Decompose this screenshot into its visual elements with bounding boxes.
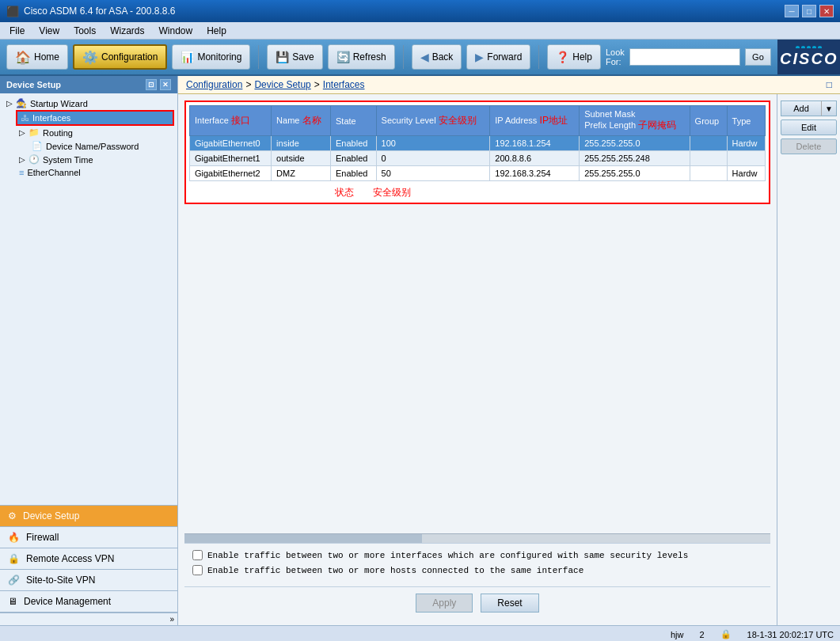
menu-file[interactable]: File [3,24,31,38]
sidebar-nav: ⚙ Device Setup 🔥 Firewall 🔒 Remote Acces… [0,505,177,613]
option-row-1: Enable traffic between two or more inter… [192,550,762,560]
content-main: Interface 接口 Name 名称 State [178,94,840,625]
cell-name-0: inside [272,136,331,151]
apply-button[interactable]: Apply [416,594,473,613]
monitoring-button[interactable]: 📊 Monitoring [172,44,250,70]
cell-interface-0: GigabitEthernet0 [190,136,272,151]
option2-checkbox[interactable] [192,565,203,575]
sidebar-item-interfaces[interactable]: 🖧 Interfaces [16,110,174,126]
look-for-area: Look For: Go [606,47,771,66]
help-icon: ❓ [556,51,569,63]
header-name: Name 名称 [272,106,331,136]
cisco-dots [780,46,838,48]
table-row[interactable]: GigabitEthernet0 inside Enabled 100 192.… [190,136,766,151]
edit-button[interactable]: Edit [781,119,837,135]
help-button[interactable]: ❓ Help [547,44,601,70]
lock-icon: 🔒 [720,629,732,639]
cisco-icon: ⬛ [6,6,19,17]
status-datetime: 18-1-31 20:02:17 UTC [747,630,834,639]
routing-label: Routing [43,128,73,138]
monitoring-label: Monitoring [197,51,241,63]
nav-firewall[interactable]: 🔥 Firewall [0,527,177,548]
more-arrow: » [169,615,174,624]
restore-icon[interactable]: □ [827,79,832,90]
sidebar-bottom-arrow: » [0,613,177,625]
cell-type-0: Hardw [727,136,765,151]
sidebar-item-system-time[interactable]: ▷ 🕐 System Time [16,153,174,166]
add-dropdown-arrow[interactable]: ▼ [821,101,837,116]
close-button[interactable]: ✕ [819,5,834,17]
routing-icon: 📁 [29,127,40,138]
cell-subnet-1: 255.255.255.248 [580,151,690,166]
sidebar-undock-icon[interactable]: ⊡ [146,79,157,90]
menu-window[interactable]: Window [153,24,200,38]
table-row[interactable]: GigabitEthernet2 DMZ Enabled 50 192.168.… [190,166,766,181]
title-bar-controls: ─ □ ✕ [785,5,834,17]
cell-security-1: 0 [376,151,490,166]
breadcrumb-device-setup[interactable]: Device Setup [254,79,310,90]
device-setup-nav-icon: ⚙ [8,510,17,522]
scroll-thumb [184,534,422,543]
s2s-vpn-icon: 🔗 [8,575,20,586]
etherchannel-label: EtherChannel [27,168,80,177]
save-button[interactable]: 💾 Save [267,44,322,70]
sidebar-item-etherchannel[interactable]: ≡ EtherChannel [16,166,174,179]
back-label: Back [432,51,454,63]
status-icons: 🔒 [720,629,732,639]
menu-view[interactable]: View [32,24,66,38]
maximize-button[interactable]: □ [802,5,816,17]
cell-group-1 [690,151,727,166]
option1-checkbox[interactable] [192,550,203,560]
minimize-button[interactable]: ─ [785,5,799,17]
nav-site-to-site-vpn[interactable]: 🔗 Site-to-Site VPN [0,570,177,591]
breadcrumb: Configuration > Device Setup > Interface… [178,76,840,94]
forward-label: Forward [487,51,522,63]
status-bar: hjw 2 🔒 18-1-31 20:02:17 UTC [0,625,840,641]
sidebar-item-routing[interactable]: ▷ 📁 Routing [16,126,174,139]
menu-tools[interactable]: Tools [67,24,102,38]
sidebar-item-startup-wizard[interactable]: ▷ 🧙 Startup Wizard [3,97,174,110]
help-label: Help [572,51,592,63]
sidebar-close-icon[interactable]: ✕ [160,79,171,90]
toolbar-buttons: 🏠 Home ⚙️ Configuration 📊 Monitoring 💾 S… [0,40,777,74]
breadcrumb-sep-2: > [314,79,320,90]
nav-remote-access-vpn[interactable]: 🔒 Remote Access VPN [0,548,177,570]
delete-button[interactable]: Delete [781,138,837,154]
look-for-input[interactable] [629,48,740,66]
action-sidebar: Add ▼ Edit Delete [777,94,840,625]
header-subnet: Subnet MaskPrefix Length 子网掩码 [580,106,690,136]
cell-ip-2: 192.168.3.254 [490,166,580,181]
nav-device-setup[interactable]: ⚙ Device Setup [0,506,177,527]
add-button[interactable]: Add [781,101,821,116]
menu-help[interactable]: Help [200,24,233,38]
breadcrumb-sep-1: > [245,79,251,90]
system-time-label: System Time [43,155,93,165]
horizontal-scrollbar[interactable] [184,533,770,543]
routing-expand-icon: ▷ [19,128,25,137]
refresh-button[interactable]: 🔄 Refresh [328,44,395,70]
go-button[interactable]: Go [745,48,771,66]
sidebar-item-device-name[interactable]: 📄 Device Name/Password [29,139,174,153]
title-bar: ⬛ Cisco ASDM 6.4 for ASA - 200.8.8.6 ─ □… [0,0,840,22]
header-interface: Interface 接口 [190,106,272,136]
configuration-button[interactable]: ⚙️ Configuration [73,44,167,70]
nav-device-management[interactable]: 🖥 Device Management [0,591,177,613]
header-group: Group [690,106,727,136]
forward-button[interactable]: ▶ Forward [466,44,530,70]
configuration-icon: ⚙️ [82,50,98,65]
home-icon: 🏠 [15,50,31,65]
home-button[interactable]: 🏠 Home [6,44,68,70]
sidebar-tree: ▷ 🧙 Startup Wizard 🖧 Interfaces ▷ 📁 Rout… [0,93,177,505]
device-setup-nav-label: Device Setup [23,510,79,522]
breadcrumb-config[interactable]: Configuration [186,79,242,90]
menu-wizards[interactable]: Wizards [104,24,150,38]
table-row[interactable]: GigabitEthernet1 outside Enabled 0 200.8… [190,151,766,166]
header-type: Type [727,106,765,136]
reset-button[interactable]: Reset [481,594,538,613]
back-button[interactable]: ◀ Back [412,44,462,70]
breadcrumb-interfaces[interactable]: Interfaces [323,79,365,90]
cell-state-1: Enabled [331,151,377,166]
interfaces-table: Interface 接口 Name 名称 State [189,105,766,181]
header-state: State [331,106,377,136]
system-time-expand: ▷ [19,155,25,164]
